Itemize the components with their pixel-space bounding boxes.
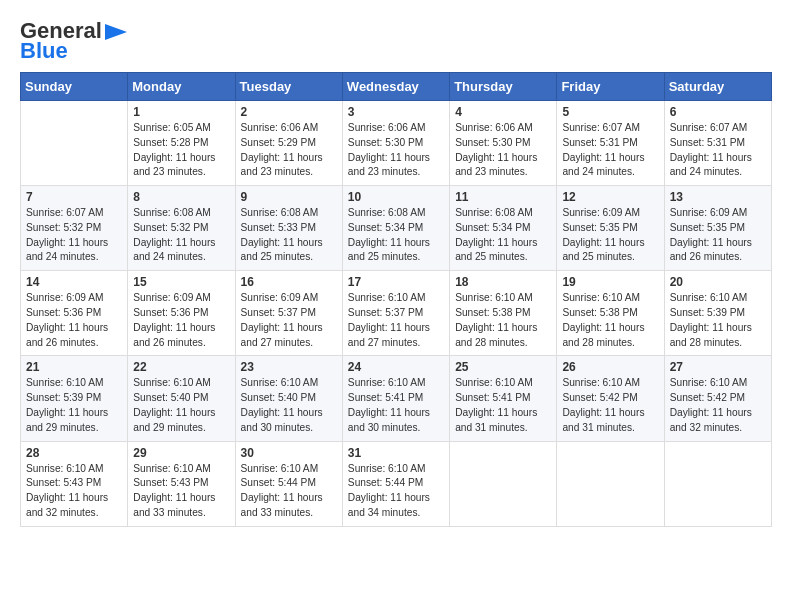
calendar-cell: 15Sunrise: 6:09 AMSunset: 5:36 PMDayligh… — [128, 271, 235, 356]
logo-blue: Blue — [20, 40, 68, 62]
calendar-cell: 23Sunrise: 6:10 AMSunset: 5:40 PMDayligh… — [235, 356, 342, 441]
day-number: 23 — [241, 360, 337, 374]
day-number: 31 — [348, 446, 444, 460]
calendar-cell: 25Sunrise: 6:10 AMSunset: 5:41 PMDayligh… — [450, 356, 557, 441]
calendar-cell: 8Sunrise: 6:08 AMSunset: 5:32 PMDaylight… — [128, 186, 235, 271]
calendar-weekday-header: Thursday — [450, 73, 557, 101]
calendar-weekday-header: Friday — [557, 73, 664, 101]
calendar-cell: 31Sunrise: 6:10 AMSunset: 5:44 PMDayligh… — [342, 441, 449, 526]
day-number: 14 — [26, 275, 122, 289]
calendar-cell — [664, 441, 771, 526]
day-number: 11 — [455, 190, 551, 204]
calendar-cell — [21, 101, 128, 186]
calendar-weekday-header: Saturday — [664, 73, 771, 101]
day-number: 2 — [241, 105, 337, 119]
calendar-cell: 4Sunrise: 6:06 AMSunset: 5:30 PMDaylight… — [450, 101, 557, 186]
calendar-table: SundayMondayTuesdayWednesdayThursdayFrid… — [20, 72, 772, 527]
day-number: 10 — [348, 190, 444, 204]
calendar-cell: 24Sunrise: 6:10 AMSunset: 5:41 PMDayligh… — [342, 356, 449, 441]
cell-content: Sunrise: 6:08 AMSunset: 5:32 PMDaylight:… — [133, 206, 229, 265]
cell-content: Sunrise: 6:07 AMSunset: 5:31 PMDaylight:… — [562, 121, 658, 180]
day-number: 19 — [562, 275, 658, 289]
calendar-cell: 1Sunrise: 6:05 AMSunset: 5:28 PMDaylight… — [128, 101, 235, 186]
calendar-cell — [557, 441, 664, 526]
cell-content: Sunrise: 6:09 AMSunset: 5:36 PMDaylight:… — [26, 291, 122, 350]
calendar-cell: 9Sunrise: 6:08 AMSunset: 5:33 PMDaylight… — [235, 186, 342, 271]
calendar-cell: 10Sunrise: 6:08 AMSunset: 5:34 PMDayligh… — [342, 186, 449, 271]
calendar-cell: 7Sunrise: 6:07 AMSunset: 5:32 PMDaylight… — [21, 186, 128, 271]
calendar-cell: 29Sunrise: 6:10 AMSunset: 5:43 PMDayligh… — [128, 441, 235, 526]
cell-content: Sunrise: 6:10 AMSunset: 5:38 PMDaylight:… — [455, 291, 551, 350]
calendar-week-row: 21Sunrise: 6:10 AMSunset: 5:39 PMDayligh… — [21, 356, 772, 441]
calendar-cell: 11Sunrise: 6:08 AMSunset: 5:34 PMDayligh… — [450, 186, 557, 271]
calendar-week-row: 14Sunrise: 6:09 AMSunset: 5:36 PMDayligh… — [21, 271, 772, 356]
calendar-weekday-header: Tuesday — [235, 73, 342, 101]
cell-content: Sunrise: 6:10 AMSunset: 5:39 PMDaylight:… — [26, 376, 122, 435]
day-number: 13 — [670, 190, 766, 204]
calendar-cell: 21Sunrise: 6:10 AMSunset: 5:39 PMDayligh… — [21, 356, 128, 441]
calendar-cell: 5Sunrise: 6:07 AMSunset: 5:31 PMDaylight… — [557, 101, 664, 186]
cell-content: Sunrise: 6:06 AMSunset: 5:30 PMDaylight:… — [348, 121, 444, 180]
calendar-cell: 3Sunrise: 6:06 AMSunset: 5:30 PMDaylight… — [342, 101, 449, 186]
cell-content: Sunrise: 6:10 AMSunset: 5:44 PMDaylight:… — [241, 462, 337, 521]
calendar-cell: 28Sunrise: 6:10 AMSunset: 5:43 PMDayligh… — [21, 441, 128, 526]
calendar-cell: 18Sunrise: 6:10 AMSunset: 5:38 PMDayligh… — [450, 271, 557, 356]
cell-content: Sunrise: 6:09 AMSunset: 5:37 PMDaylight:… — [241, 291, 337, 350]
day-number: 27 — [670, 360, 766, 374]
calendar-cell: 13Sunrise: 6:09 AMSunset: 5:35 PMDayligh… — [664, 186, 771, 271]
cell-content: Sunrise: 6:10 AMSunset: 5:42 PMDaylight:… — [562, 376, 658, 435]
page: General Blue SundayMondayTuesdayWednesda… — [0, 0, 792, 612]
calendar-weekday-header: Sunday — [21, 73, 128, 101]
day-number: 25 — [455, 360, 551, 374]
calendar-cell: 12Sunrise: 6:09 AMSunset: 5:35 PMDayligh… — [557, 186, 664, 271]
day-number: 15 — [133, 275, 229, 289]
day-number: 17 — [348, 275, 444, 289]
day-number: 9 — [241, 190, 337, 204]
calendar-header-row: SundayMondayTuesdayWednesdayThursdayFrid… — [21, 73, 772, 101]
day-number: 30 — [241, 446, 337, 460]
calendar-weekday-header: Monday — [128, 73, 235, 101]
cell-content: Sunrise: 6:10 AMSunset: 5:44 PMDaylight:… — [348, 462, 444, 521]
logo-flag-icon — [105, 24, 127, 40]
calendar-cell: 19Sunrise: 6:10 AMSunset: 5:38 PMDayligh… — [557, 271, 664, 356]
cell-content: Sunrise: 6:10 AMSunset: 5:43 PMDaylight:… — [26, 462, 122, 521]
cell-content: Sunrise: 6:10 AMSunset: 5:41 PMDaylight:… — [455, 376, 551, 435]
day-number: 3 — [348, 105, 444, 119]
day-number: 12 — [562, 190, 658, 204]
calendar-cell: 22Sunrise: 6:10 AMSunset: 5:40 PMDayligh… — [128, 356, 235, 441]
day-number: 26 — [562, 360, 658, 374]
cell-content: Sunrise: 6:09 AMSunset: 5:35 PMDaylight:… — [670, 206, 766, 265]
cell-content: Sunrise: 6:09 AMSunset: 5:36 PMDaylight:… — [133, 291, 229, 350]
cell-content: Sunrise: 6:06 AMSunset: 5:29 PMDaylight:… — [241, 121, 337, 180]
cell-content: Sunrise: 6:09 AMSunset: 5:35 PMDaylight:… — [562, 206, 658, 265]
header: General Blue — [20, 20, 772, 62]
cell-content: Sunrise: 6:10 AMSunset: 5:39 PMDaylight:… — [670, 291, 766, 350]
calendar-cell: 26Sunrise: 6:10 AMSunset: 5:42 PMDayligh… — [557, 356, 664, 441]
cell-content: Sunrise: 6:10 AMSunset: 5:40 PMDaylight:… — [241, 376, 337, 435]
day-number: 7 — [26, 190, 122, 204]
calendar-cell: 17Sunrise: 6:10 AMSunset: 5:37 PMDayligh… — [342, 271, 449, 356]
cell-content: Sunrise: 6:07 AMSunset: 5:32 PMDaylight:… — [26, 206, 122, 265]
cell-content: Sunrise: 6:10 AMSunset: 5:43 PMDaylight:… — [133, 462, 229, 521]
day-number: 21 — [26, 360, 122, 374]
day-number: 24 — [348, 360, 444, 374]
calendar-cell: 30Sunrise: 6:10 AMSunset: 5:44 PMDayligh… — [235, 441, 342, 526]
cell-content: Sunrise: 6:08 AMSunset: 5:34 PMDaylight:… — [455, 206, 551, 265]
calendar-cell — [450, 441, 557, 526]
day-number: 28 — [26, 446, 122, 460]
day-number: 22 — [133, 360, 229, 374]
calendar-week-row: 28Sunrise: 6:10 AMSunset: 5:43 PMDayligh… — [21, 441, 772, 526]
calendar-week-row: 7Sunrise: 6:07 AMSunset: 5:32 PMDaylight… — [21, 186, 772, 271]
calendar-cell: 2Sunrise: 6:06 AMSunset: 5:29 PMDaylight… — [235, 101, 342, 186]
calendar-cell: 20Sunrise: 6:10 AMSunset: 5:39 PMDayligh… — [664, 271, 771, 356]
cell-content: Sunrise: 6:06 AMSunset: 5:30 PMDaylight:… — [455, 121, 551, 180]
day-number: 18 — [455, 275, 551, 289]
cell-content: Sunrise: 6:07 AMSunset: 5:31 PMDaylight:… — [670, 121, 766, 180]
calendar-cell: 27Sunrise: 6:10 AMSunset: 5:42 PMDayligh… — [664, 356, 771, 441]
cell-content: Sunrise: 6:10 AMSunset: 5:42 PMDaylight:… — [670, 376, 766, 435]
day-number: 6 — [670, 105, 766, 119]
cell-content: Sunrise: 6:10 AMSunset: 5:40 PMDaylight:… — [133, 376, 229, 435]
day-number: 8 — [133, 190, 229, 204]
calendar-cell: 6Sunrise: 6:07 AMSunset: 5:31 PMDaylight… — [664, 101, 771, 186]
cell-content: Sunrise: 6:10 AMSunset: 5:38 PMDaylight:… — [562, 291, 658, 350]
